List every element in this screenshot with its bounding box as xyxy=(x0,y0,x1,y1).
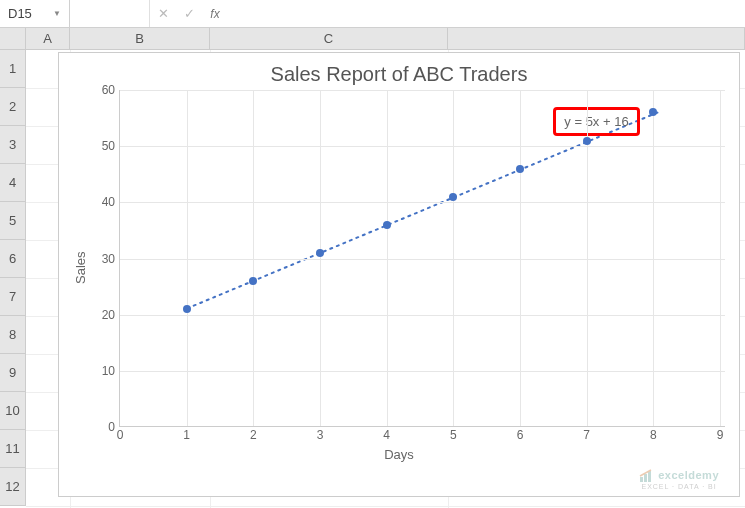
x-tick-label: 9 xyxy=(717,428,724,442)
row-header[interactable]: 9 xyxy=(0,354,26,392)
x-axis-ticks: 0123456789 xyxy=(120,428,725,444)
chevron-down-icon[interactable]: ▼ xyxy=(53,9,61,18)
y-tick-label: 30 xyxy=(102,252,115,266)
accept-icon[interactable]: ✓ xyxy=(176,0,202,27)
column-header[interactable]: B xyxy=(70,28,210,49)
row-header[interactable]: 5 xyxy=(0,202,26,240)
worksheet-grid: ABC 123456789101112 Sales Report of ABC … xyxy=(0,28,745,508)
spacer xyxy=(70,0,150,27)
data-point[interactable] xyxy=(649,108,657,116)
x-axis-label: Days xyxy=(73,447,725,462)
row-header[interactable]: 4 xyxy=(0,164,26,202)
plot-area: Sales 0102030405060 y = 5x + 16 01234567… xyxy=(73,90,725,445)
row-header[interactable]: 1 xyxy=(0,50,26,88)
watermark-icon xyxy=(639,469,655,483)
y-tick-label: 60 xyxy=(102,83,115,97)
data-point[interactable] xyxy=(183,305,191,313)
trendline-equation: y = 5x + 16 xyxy=(553,107,639,136)
data-point[interactable] xyxy=(583,137,591,145)
x-tick-label: 6 xyxy=(517,428,524,442)
x-tick-label: 1 xyxy=(183,428,190,442)
data-point[interactable] xyxy=(249,277,257,285)
plot: y = 5x + 16 0123456789 xyxy=(119,90,725,427)
y-axis-label: Sales xyxy=(73,90,91,445)
watermark-tagline: EXCEL · DATA · BI xyxy=(639,483,719,490)
row-header[interactable]: 11 xyxy=(0,430,26,468)
row-header[interactable]: 6 xyxy=(0,240,26,278)
data-point[interactable] xyxy=(516,165,524,173)
name-box[interactable]: D15 ▼ xyxy=(0,0,70,27)
cell-area[interactable]: Sales Report of ABC Traders Sales 010203… xyxy=(26,50,745,508)
formula-input[interactable] xyxy=(228,0,745,27)
cancel-icon[interactable]: ✕ xyxy=(150,0,176,27)
svg-rect-3 xyxy=(648,471,651,482)
x-tick-label: 4 xyxy=(383,428,390,442)
row-header[interactable]: 10 xyxy=(0,392,26,430)
embedded-chart[interactable]: Sales Report of ABC Traders Sales 010203… xyxy=(58,52,740,497)
y-axis-ticks: 0102030405060 xyxy=(91,90,119,445)
row-header[interactable]: 12 xyxy=(0,468,26,506)
row-headers: 123456789101112 xyxy=(0,50,26,506)
x-tick-label: 7 xyxy=(583,428,590,442)
svg-rect-1 xyxy=(640,477,643,482)
svg-rect-2 xyxy=(644,474,647,482)
chart-title: Sales Report of ABC Traders xyxy=(73,63,725,86)
x-tick-label: 8 xyxy=(650,428,657,442)
watermark: exceldemy EXCEL · DATA · BI xyxy=(639,469,719,490)
column-header[interactable]: C xyxy=(210,28,448,49)
column-header[interactable]: A xyxy=(26,28,70,49)
y-tick-label: 20 xyxy=(102,308,115,322)
fx-icon[interactable]: fx xyxy=(202,0,228,27)
x-tick-label: 3 xyxy=(317,428,324,442)
y-tick-label: 10 xyxy=(102,364,115,378)
row-header[interactable]: 7 xyxy=(0,278,26,316)
formula-bar: D15 ▼ ✕ ✓ fx xyxy=(0,0,745,28)
y-tick-label: 40 xyxy=(102,195,115,209)
x-tick-label: 5 xyxy=(450,428,457,442)
data-point[interactable] xyxy=(383,221,391,229)
data-point[interactable] xyxy=(316,249,324,257)
column-header[interactable] xyxy=(448,28,745,49)
select-all-cell[interactable] xyxy=(0,28,26,49)
x-tick-label: 0 xyxy=(117,428,124,442)
watermark-brand: exceldemy xyxy=(658,469,719,481)
column-headers: ABC xyxy=(0,28,745,50)
data-point[interactable] xyxy=(449,193,457,201)
row-header[interactable]: 3 xyxy=(0,126,26,164)
x-tick-label: 2 xyxy=(250,428,257,442)
row-header[interactable]: 8 xyxy=(0,316,26,354)
row-header[interactable]: 2 xyxy=(0,88,26,126)
y-tick-label: 50 xyxy=(102,139,115,153)
name-box-value: D15 xyxy=(8,6,32,21)
y-tick-label: 0 xyxy=(108,420,115,434)
